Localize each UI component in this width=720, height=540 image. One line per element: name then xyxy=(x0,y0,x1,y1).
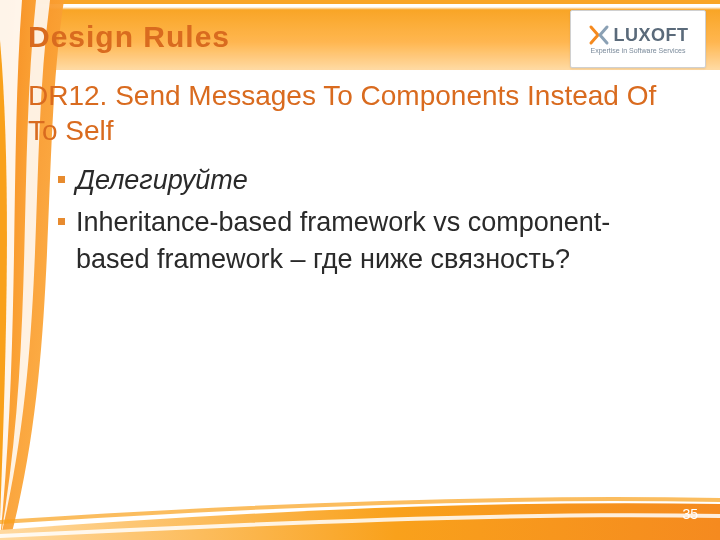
logo-text: LUXOFT xyxy=(614,25,689,46)
logo-frame: LUXOFT Expertise in Software Services xyxy=(570,10,706,68)
slide-subtitle: DR12. Send Messages To Components Instea… xyxy=(28,78,680,148)
footer-swoosh xyxy=(0,494,720,540)
logo-tagline: Expertise in Software Services xyxy=(591,47,686,54)
page-number: 35 xyxy=(682,506,698,522)
bullet-list: Делегируйте Inheritance-based framework … xyxy=(58,162,680,283)
slide: LUXOFT Expertise in Software Services De… xyxy=(0,0,720,540)
bullet-text: Inheritance-based framework vs component… xyxy=(76,207,610,273)
bullet-item: Inheritance-based framework vs component… xyxy=(58,204,680,277)
logo-mark-icon xyxy=(588,24,610,46)
logo-row: LUXOFT xyxy=(588,24,689,46)
bullet-text: Делегируйте xyxy=(76,165,248,195)
bullet-item: Делегируйте xyxy=(58,162,680,198)
slide-title: Design Rules xyxy=(28,20,230,54)
